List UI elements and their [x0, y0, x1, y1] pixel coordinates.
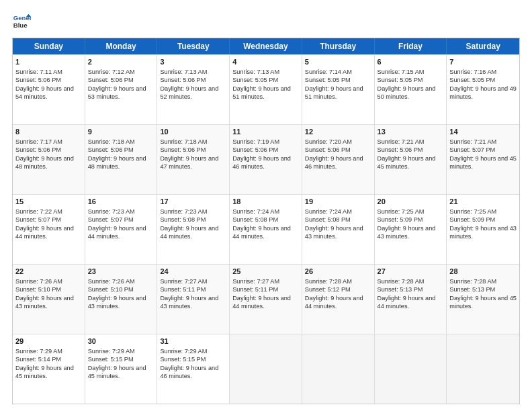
calendar-week-2: 8Sunrise: 7:17 AMSunset: 5:06 PMDaylight…	[13, 124, 519, 194]
daylight-text: Daylight: 9 hours and 48 minutes.	[15, 155, 74, 170]
calendar-cell-10: 10Sunrise: 7:18 AMSunset: 5:06 PMDayligh…	[157, 125, 230, 194]
daylight-text: Daylight: 9 hours and 53 minutes.	[88, 85, 146, 100]
sunset-text: Sunset: 5:06 PM	[305, 146, 351, 153]
calendar-cell-8: 8Sunrise: 7:17 AMSunset: 5:06 PMDaylight…	[13, 125, 85, 194]
day-number: 21	[449, 197, 517, 207]
svg-text:Blue: Blue	[13, 21, 28, 29]
sunset-text: Sunset: 5:13 PM	[378, 286, 423, 293]
sunset-text: Sunset: 5:05 PM	[305, 77, 351, 83]
day-number: 25	[232, 267, 299, 277]
calendar-cell-20: 20Sunrise: 7:25 AMSunset: 5:09 PMDayligh…	[375, 195, 447, 264]
daylight-text: Daylight: 9 hours and 45 minutes.	[15, 365, 74, 379]
sunset-text: Sunset: 5:08 PM	[232, 216, 278, 223]
sunrise-text: Sunrise: 7:27 AM	[160, 278, 207, 285]
sunset-text: Sunset: 5:07 PM	[449, 146, 495, 153]
day-number: 9	[88, 127, 154, 137]
sunrise-text: Sunrise: 7:28 AM	[378, 278, 425, 285]
calendar-cell-12: 12Sunrise: 7:20 AMSunset: 5:06 PMDayligh…	[302, 125, 375, 194]
calendar-cell-3: 3Sunrise: 7:13 AMSunset: 5:06 PMDaylight…	[157, 55, 230, 124]
day-number: 29	[15, 336, 82, 347]
sunset-text: Sunset: 5:08 PM	[160, 216, 206, 223]
sunset-text: Sunset: 5:06 PM	[15, 77, 61, 83]
sunrise-text: Sunrise: 7:18 AM	[88, 138, 135, 145]
calendar-week-4: 22Sunrise: 7:26 AMSunset: 5:10 PMDayligh…	[13, 264, 519, 334]
sunrise-text: Sunrise: 7:24 AM	[305, 208, 352, 215]
calendar-cell-empty	[447, 334, 519, 404]
day-number: 2	[88, 57, 154, 67]
sunset-text: Sunset: 5:06 PM	[160, 77, 206, 83]
calendar-cell-29: 29Sunrise: 7:29 AMSunset: 5:14 PMDayligh…	[13, 334, 85, 404]
daylight-text: Daylight: 9 hours and 44 minutes.	[88, 225, 146, 240]
calendar-cell-27: 27Sunrise: 7:28 AMSunset: 5:13 PMDayligh…	[375, 265, 447, 334]
sunset-text: Sunset: 5:06 PM	[378, 146, 423, 153]
day-number: 14	[449, 127, 517, 137]
day-number: 28	[449, 267, 517, 277]
day-number: 5	[305, 57, 371, 67]
sunset-text: Sunset: 5:15 PM	[88, 356, 134, 363]
daylight-text: Daylight: 9 hours and 48 minutes.	[88, 155, 146, 170]
day-number: 23	[88, 267, 154, 277]
sunset-text: Sunset: 5:10 PM	[15, 286, 61, 293]
calendar-cell-26: 26Sunrise: 7:28 AMSunset: 5:12 PMDayligh…	[302, 265, 375, 334]
sunrise-text: Sunrise: 7:23 AM	[88, 208, 135, 215]
daylight-text: Daylight: 9 hours and 49 minutes.	[449, 85, 517, 100]
sunset-text: Sunset: 5:09 PM	[378, 216, 423, 223]
weekday-header-friday: Friday	[375, 38, 447, 54]
sunrise-text: Sunrise: 7:11 AM	[15, 68, 62, 75]
sunrise-text: Sunrise: 7:28 AM	[305, 278, 352, 285]
day-number: 17	[160, 197, 226, 207]
day-number: 19	[305, 197, 371, 207]
daylight-text: Daylight: 9 hours and 54 minutes.	[15, 85, 74, 100]
sunrise-text: Sunrise: 7:12 AM	[88, 68, 135, 75]
daylight-text: Daylight: 9 hours and 43 minutes.	[449, 225, 517, 240]
day-number: 8	[15, 127, 82, 137]
day-number: 12	[305, 127, 371, 137]
day-number: 11	[232, 127, 299, 137]
daylight-text: Daylight: 9 hours and 43 minutes.	[378, 225, 436, 240]
sunrise-text: Sunrise: 7:16 AM	[449, 68, 496, 75]
day-number: 27	[378, 267, 444, 277]
sunrise-text: Sunrise: 7:27 AM	[232, 278, 279, 285]
calendar-header: SundayMondayTuesdayWednesdayThursdayFrid…	[13, 38, 519, 54]
calendar-cell-6: 6Sunrise: 7:15 AMSunset: 5:05 PMDaylight…	[375, 55, 447, 124]
day-number: 22	[15, 267, 82, 277]
sunrise-text: Sunrise: 7:29 AM	[160, 348, 207, 355]
calendar-cell-19: 19Sunrise: 7:24 AMSunset: 5:08 PMDayligh…	[302, 195, 375, 264]
sunset-text: Sunset: 5:06 PM	[232, 146, 278, 153]
daylight-text: Daylight: 9 hours and 44 minutes.	[15, 225, 74, 240]
day-number: 1	[15, 57, 82, 67]
calendar-cell-empty	[375, 334, 447, 404]
calendar-cell-18: 18Sunrise: 7:24 AMSunset: 5:08 PMDayligh…	[230, 195, 302, 264]
sunrise-text: Sunrise: 7:23 AM	[160, 208, 207, 215]
sunrise-text: Sunrise: 7:24 AM	[232, 208, 279, 215]
calendar-week-3: 15Sunrise: 7:22 AMSunset: 5:07 PMDayligh…	[13, 194, 519, 264]
daylight-text: Daylight: 9 hours and 43 minutes.	[305, 225, 363, 240]
daylight-text: Daylight: 9 hours and 44 minutes.	[378, 295, 436, 310]
sunset-text: Sunset: 5:11 PM	[232, 286, 278, 293]
logo-icon: General Blue	[12, 12, 31, 31]
calendar-cell-30: 30Sunrise: 7:29 AMSunset: 5:15 PMDayligh…	[85, 334, 158, 404]
daylight-text: Daylight: 9 hours and 43 minutes.	[88, 295, 146, 310]
sunrise-text: Sunrise: 7:14 AM	[305, 68, 352, 75]
weekday-header-tuesday: Tuesday	[157, 38, 230, 54]
calendar-cell-14: 14Sunrise: 7:21 AMSunset: 5:07 PMDayligh…	[447, 125, 519, 194]
calendar-cell-1: 1Sunrise: 7:11 AMSunset: 5:06 PMDaylight…	[13, 55, 85, 124]
day-number: 18	[232, 197, 299, 207]
daylight-text: Daylight: 9 hours and 51 minutes.	[232, 85, 291, 100]
sunrise-text: Sunrise: 7:20 AM	[305, 138, 352, 145]
calendar-cell-25: 25Sunrise: 7:27 AMSunset: 5:11 PMDayligh…	[230, 265, 302, 334]
sunrise-text: Sunrise: 7:29 AM	[15, 348, 62, 355]
page: General Blue SundayMondayTuesdayWednesda…	[0, 0, 532, 411]
calendar-cell-7: 7Sunrise: 7:16 AMSunset: 5:05 PMDaylight…	[447, 55, 519, 124]
daylight-text: Daylight: 9 hours and 46 minutes.	[160, 365, 218, 379]
logo: General Blue	[12, 12, 34, 31]
sunrise-text: Sunrise: 7:25 AM	[449, 208, 496, 215]
sunrise-text: Sunrise: 7:19 AM	[232, 138, 279, 145]
sunrise-text: Sunrise: 7:13 AM	[160, 68, 207, 75]
calendar-cell-23: 23Sunrise: 7:26 AMSunset: 5:10 PMDayligh…	[85, 265, 158, 334]
calendar-cell-2: 2Sunrise: 7:12 AMSunset: 5:06 PMDaylight…	[85, 55, 158, 124]
calendar-cell-15: 15Sunrise: 7:22 AMSunset: 5:07 PMDayligh…	[13, 195, 85, 264]
day-number: 7	[449, 57, 517, 67]
daylight-text: Daylight: 9 hours and 46 minutes.	[232, 155, 291, 170]
sunrise-text: Sunrise: 7:17 AM	[15, 138, 62, 145]
